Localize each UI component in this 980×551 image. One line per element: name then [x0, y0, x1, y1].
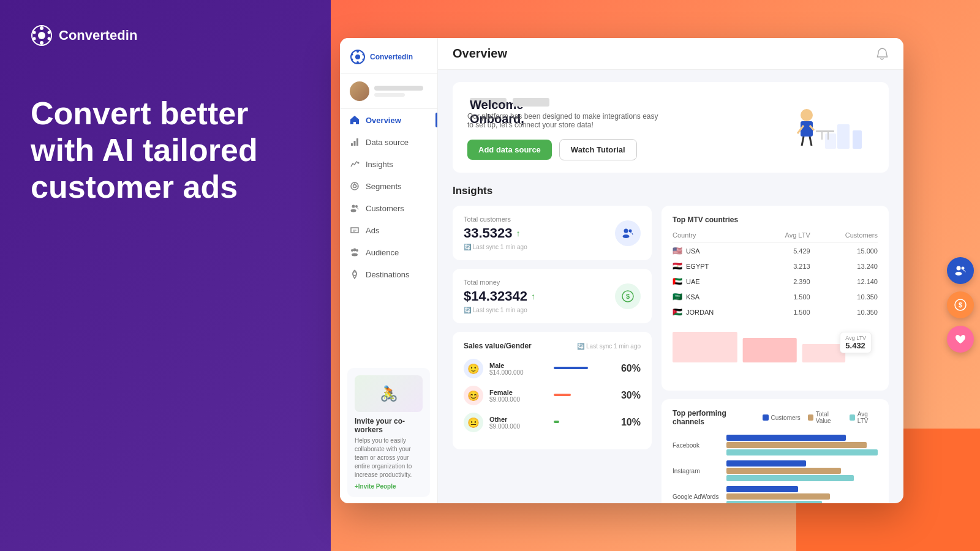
sidebar-item-destinations[interactable]: Destinations: [340, 263, 437, 285]
insights-grid: Total customers 33.5323 ↑ 🔄 Last sync 1 …: [453, 206, 889, 503]
sidebar-item-insights[interactable]: Insights: [340, 153, 437, 175]
float-heart-icon: [947, 326, 974, 353]
svg-point-9: [355, 54, 360, 59]
svg-rect-40: [816, 130, 834, 132]
sidebar-item-audience[interactable]: Audience: [340, 241, 437, 263]
svg-line-39: [810, 137, 812, 146]
sidebar-item-customers[interactable]: Customers: [340, 197, 437, 219]
gender-sync: 🔄 Last sync 1 min ago: [577, 343, 641, 350]
sidebar-invite-panel: 🚴 Invite your co-workers Helps you to ea…: [347, 368, 430, 497]
channels-rows: Facebook Instagram Google AdWords Google…: [673, 435, 878, 503]
male-avatar: 🙂: [464, 359, 483, 378]
country-tooltip: Avg LTV 5.432: [840, 332, 872, 353]
male-bar-wrap: [554, 367, 612, 370]
sidebar-logo-icon: [350, 49, 366, 65]
country-row-uae: 🇦🇪 UAE 2.390 12.140: [673, 274, 878, 289]
other-amount: $9.000.000: [489, 423, 548, 430]
total-bar: [726, 493, 830, 500]
sidebar-item-ads[interactable]: Ads: [340, 219, 437, 241]
brand-icon: [31, 24, 53, 47]
svg-rect-18: [356, 138, 358, 146]
invite-link[interactable]: +Invite People: [355, 483, 423, 490]
gender-row-female: 😊 Female $9.000.000 30%: [464, 386, 641, 405]
money-sync: 🔄 Last sync 1 min ago: [464, 307, 535, 313]
customers-icon-bubble: [615, 220, 641, 246]
left-panel: Convertedin Convert better with AI tailo…: [0, 0, 343, 551]
total-bar: [726, 468, 841, 474]
sidebar-user: [340, 74, 437, 109]
country-row-egypt: 🇪🇬 EGYPT 3.213 13.240: [673, 258, 878, 274]
svg-point-21: [353, 185, 356, 188]
watch-tutorial-button[interactable]: Watch Tutorial: [559, 139, 637, 160]
invite-illustration: 🚴: [355, 375, 423, 412]
channel-row-facebook: Facebook: [673, 435, 878, 455]
total-bar: [726, 442, 867, 448]
money-trend-icon: ↑: [531, 291, 535, 301]
male-pct: 60%: [617, 363, 641, 374]
svg-point-5: [40, 41, 43, 45]
svg-point-12: [363, 59, 364, 61]
svg-point-44: [629, 229, 632, 232]
svg-point-51: [957, 266, 961, 271]
country-chart: Avg LTV 5.432 USAEGYPTUAE: [673, 326, 878, 381]
floating-icons: $: [947, 257, 974, 353]
insights-title: Insights: [453, 185, 889, 197]
destinations-icon: [350, 269, 360, 279]
customers-bar: [726, 486, 798, 492]
svg-point-52: [956, 272, 962, 276]
svg-rect-16: [351, 143, 353, 146]
col-country: Country: [673, 231, 758, 243]
user-info: [374, 86, 428, 97]
male-bar: [554, 367, 589, 369]
welcome-title: Welcome Onboard,: [467, 94, 788, 108]
other-pct: 10%: [617, 417, 641, 428]
total-customers-label: Total customers: [464, 216, 527, 223]
svg-point-10: [356, 50, 359, 53]
segments-icon: [350, 181, 360, 191]
float-money-icon: $: [947, 291, 974, 318]
channel-bars: [726, 435, 878, 455]
add-data-source-button[interactable]: Add data source: [467, 140, 552, 160]
gender-row-male: 🙂 Male $14.000.000 60%: [464, 359, 641, 378]
svg-point-27: [356, 249, 358, 252]
invite-title: Invite your co-workers: [355, 417, 423, 434]
svg-point-24: [351, 209, 356, 212]
sidebar-item-segments[interactable]: Segments: [340, 175, 437, 197]
legend-customers-dot: [763, 414, 769, 421]
customers-bar: [726, 460, 806, 467]
float-heart-svg: [954, 332, 967, 346]
brand-logo: Convertedin: [31, 24, 312, 47]
svg-point-28: [352, 253, 358, 257]
sidebar-item-data-source[interactable]: Data source: [340, 131, 437, 153]
page-title: Overview: [453, 47, 507, 61]
gender-title: Sales value/Gender: [464, 342, 532, 350]
audience-icon: [350, 247, 360, 257]
data-source-icon: [350, 137, 360, 147]
svg-point-45: [623, 234, 630, 238]
total-money-info: Total money $14.32342 ↑ 🔄 Last sync 1 mi…: [464, 279, 535, 313]
welcome-actions: Add data source Watch Tutorial: [467, 139, 788, 160]
header-actions: [875, 47, 889, 61]
svg-rect-32: [853, 130, 862, 149]
hero-tagline: Convert better with AI tailored customer…: [31, 96, 312, 205]
svg-point-7: [33, 31, 36, 34]
female-data: Female $9.000.000: [489, 389, 548, 403]
other-bar-wrap: [554, 421, 612, 424]
channel-bars: [726, 486, 878, 503]
svg-point-30: [881, 48, 883, 49]
col-avg-ltv: Avg LTV: [758, 231, 810, 243]
legend-total-value: Total Value: [808, 411, 842, 424]
channel-name: Google AdWords: [673, 493, 722, 500]
total-money-value: $14.32342 ↑: [464, 288, 535, 304]
welcome-content: Welcome Onboard, Our platform has been d…: [467, 94, 788, 160]
svg-line-38: [802, 137, 804, 146]
total-money-label: Total money: [464, 279, 535, 286]
col-customers: Customers: [810, 231, 878, 243]
svg-point-26: [353, 249, 356, 252]
channel-bars: [726, 460, 878, 481]
user-role-blur: [374, 93, 405, 97]
female-bar: [554, 394, 571, 396]
sidebar-item-overview[interactable]: Overview: [340, 109, 437, 131]
svg-point-53: [962, 267, 965, 270]
notification-icon[interactable]: [875, 47, 889, 61]
